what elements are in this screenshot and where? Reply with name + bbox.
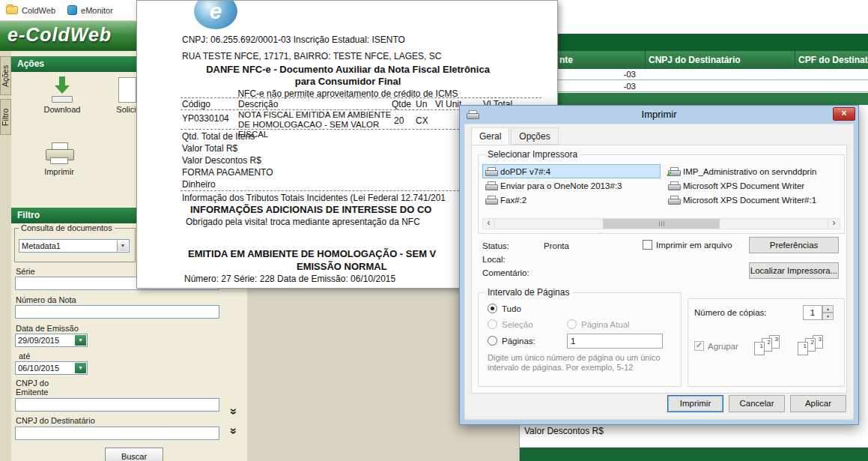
scroll-right-icon[interactable]: › [828,219,840,229]
danfe-tributos-line: Informação dos Tributos Totais Incidente… [182,193,446,203]
paginas-input[interactable]: 1 [567,334,663,349]
copies-label: Número de cópias: [694,308,767,317]
printer-item-fax[interactable]: Fax#:2 [482,193,661,207]
printer-name: IMP_Administrativo on servnddprin [683,167,816,176]
selected-row-band[interactable] [558,93,868,105]
print-to-file-option[interactable]: Imprimir em arquivo [643,240,732,250]
danfe-item-codigo: YP0330104 [182,113,229,124]
comentario-label: Comentário: [482,268,529,277]
tab-opcoes[interactable]: Opções [511,127,558,145]
danfe-col-qtde: Qtde [392,99,411,109]
danfe-valor-descontos-line: Valor Descontos R$ [182,155,261,166]
tab-geral[interactable]: Geral [471,127,509,145]
copies-spinner[interactable]: 1 ▲ ▼ [803,305,834,320]
emonitor-icon [67,5,77,15]
download-icon-base [52,96,73,103]
cnpj-emitente-label-line2: Emitente [16,388,48,397]
printer-icon [46,142,73,165]
valor-descontos-line: Valor Descontos R$ [524,426,604,436]
sidebar-vtab-filtro[interactable]: Filtro [0,99,11,135]
radio-button-selected[interactable] [488,304,497,313]
cnpj-destinatario-input[interactable] [15,427,219,440]
dashed-separator [180,97,541,98]
printer-list-scrollbar[interactable]: ‹ › [482,218,840,229]
default-printer-check-icon: ✓ [666,169,673,179]
spin-down-icon[interactable]: ▼ [822,313,834,320]
scrollbar-grip [664,221,664,226]
preferencias-button[interactable]: Preferências [749,237,839,253]
printer-item-xps1[interactable]: Microsoft XPS Document Writer#:1 [665,193,843,207]
print-dialog-body: Geral Opções Selecionar Impressora doPDF… [464,124,854,420]
danfe-homologacao-line: EMITIDA EM AMBIENTE DE HOMOLOGAÇÃO - SEM… [188,248,436,259]
danfe-item-descricao: NOTA FISCAL EMITIDA EM AMBIENTE DE HOMOL… [238,110,392,139]
printer-name: Microsoft XPS Document Writer [683,181,804,190]
screen: ColdWeb eMonitor e-ColdWeb nte CNPJ do D… [0,0,868,461]
numero-nota-label: Número da Nota [16,295,76,304]
printer-icon [485,167,497,176]
page-range-group-label: Intervalo de Páginas [485,287,572,298]
printer-item-onenote[interactable]: Enviar para o OneNote 2013#:3 [482,178,661,193]
print-to-file-checkbox[interactable] [643,240,652,250]
download-button[interactable]: Download [31,76,94,114]
radio-selecao: Seleção [488,319,533,329]
data-de-input[interactable]: 29/09/2015 ▼ [15,334,88,347]
radio-paginas[interactable]: Páginas: [488,336,535,346]
close-icon[interactable]: × [833,107,855,121]
print-to-file-label: Imprimir em arquivo [656,241,732,250]
consulta-documentos-select[interactable]: Metadata1 ▼ [19,239,130,253]
spin-up-icon[interactable]: ▲ [822,305,834,313]
printer-name: Fax#:2 [500,196,526,205]
agrupar-checkbox-checked: ✓ [694,341,704,351]
print-dialog-titlebar[interactable]: Imprimir × [460,106,858,124]
print-dialog-tabs: Geral Opções [471,127,560,145]
cnpj-destinatario-label: CNPJ do Destinatário [16,416,95,425]
column-header-cnpj-destinatario[interactable]: CNPJ do Destinatário [645,51,789,69]
danfe-valor-total-line: Valor Total R$ [182,143,237,154]
printer-icon [485,181,497,190]
page-range-group: Intervalo de Páginas Tudo Seleção Página… [478,292,682,387]
danfe-title-line2: para Consumidor Final [152,76,544,87]
results-section-bar [558,34,868,51]
data-emissao-label: Data de Emissão [16,324,79,333]
table-row[interactable]: -03 [558,81,868,92]
radio-button-disabled [567,319,577,329]
print-dialog: Imprimir × Geral Opções Selecionar Impre… [459,105,859,425]
scrollbar-thumb[interactable] [603,219,720,229]
numero-nota-input[interactable] [15,305,219,319]
printer-item-xps[interactable]: Microsoft XPS Document Writer [665,178,843,193]
localizar-impressora-button[interactable]: Localizar Impressora... [749,262,839,279]
table-row[interactable]: -03 [558,69,868,80]
radio-button[interactable] [488,336,497,346]
radio-tudo[interactable]: Tudo [488,304,521,313]
data-ate-input[interactable]: 06/10/2015 ▼ [15,361,88,375]
scroll-down-chevron-icon[interactable]: » [227,409,240,415]
chevron-down-icon[interactable]: ▼ [117,241,128,251]
scroll-down-chevron-icon[interactable]: » [227,428,240,435]
copies-input[interactable]: 1 [803,305,822,320]
cancelar-button[interactable]: Cancelar [729,395,785,412]
column-header-cpf-destinatario[interactable]: CPF do Destinatár [795,51,868,69]
ate-label: até [19,352,30,361]
calendar-dropdown-icon[interactable]: ▼ [75,335,86,346]
printer-item-imp-administrativo[interactable]: ✓ IMP_Administrativo on servnddprin [665,164,843,178]
calendar-dropdown-icon[interactable]: ▼ [75,363,86,373]
danfe-info-adicionais-title: INFORMAÇÕES ADICIONAIS DE INTERESSE DO C… [190,204,431,215]
imprimir-button[interactable]: Imprimir [667,395,723,412]
consulta-documentos-group: Consulta de documentos Metadata1 ▼ [14,228,136,262]
status-value: Pronta [544,241,569,250]
aplicar-button[interactable]: Aplicar [790,395,846,412]
column-header-emitente[interactable]: nte [559,51,639,69]
buscar-button[interactable]: Buscar [105,448,163,461]
sidebar-vtab-acoes[interactable]: Ações [0,56,11,95]
printer-item-dopdf[interactable]: doPDF v7#:4 [482,164,661,178]
danfe-dinheiro-line: Dinheiro [182,179,216,190]
scroll-left-icon[interactable]: ‹ [483,219,495,229]
download-label: Download [31,105,94,114]
imprimir-action-button[interactable]: Imprimir [28,142,91,176]
printer-name: Microsoft XPS Document Writer#:1 [683,196,816,205]
bookmark-coldweb[interactable]: ColdWeb [6,6,55,15]
bookmark-emonitor[interactable]: eMonitor [67,5,113,15]
cnpj-emitente-input[interactable] [15,398,219,412]
danfe-item-qtde: 20 [394,115,404,126]
danfe-address-line: RUA TESTE NFCE, 17171, BAIRRO: TESTE NFC… [182,51,441,61]
